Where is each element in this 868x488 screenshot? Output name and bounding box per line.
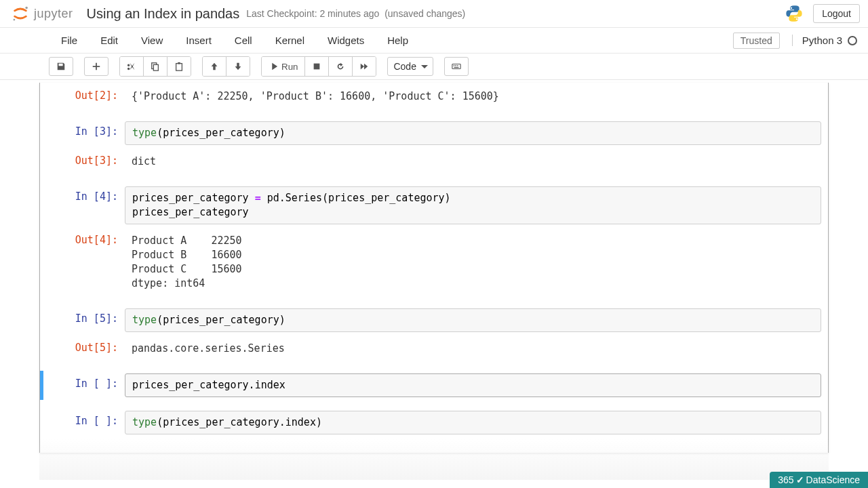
output-cell: Out[4]: Product A 22250 Product B 16600 … <box>40 227 828 298</box>
paste-button[interactable] <box>167 57 191 76</box>
output-prompt: Out[5]: <box>47 338 125 360</box>
paste-icon <box>174 62 184 71</box>
stop-icon <box>312 62 321 71</box>
menu-insert[interactable]: Insert <box>178 29 220 52</box>
run-button[interactable]: Run <box>262 57 305 76</box>
svg-rect-8 <box>314 64 320 70</box>
code-cell[interactable]: In [4]: prices_per_category = pd.Series(… <box>40 184 828 227</box>
run-label: Run <box>281 62 298 72</box>
menu-kernel[interactable]: Kernel <box>267 29 313 52</box>
code-input[interactable]: type(prices_per_category) <box>125 121 821 145</box>
arrow-up-icon <box>210 62 219 71</box>
notebook-title[interactable]: Using an Index in pandas <box>87 6 240 22</box>
input-prompt: In [3]: <box>47 121 125 145</box>
keyboard-icon <box>452 62 461 71</box>
output-cell: Out[2]: {'Product A': 22250, 'Product B'… <box>40 83 828 110</box>
menu-view[interactable]: View <box>133 29 171 52</box>
restart-button[interactable] <box>329 57 353 76</box>
logout-button[interactable]: Logout <box>813 4 860 23</box>
output-text: {'Product A': 22250, 'Product B': 16600,… <box>125 85 821 108</box>
menu-widgets[interactable]: Widgets <box>319 29 372 52</box>
code-input[interactable]: type(prices_per_category) <box>125 308 821 332</box>
plus-icon <box>92 62 101 71</box>
svg-point-0 <box>25 7 28 9</box>
arrow-down-icon <box>233 62 243 71</box>
kernel-indicator[interactable]: Python 3 <box>792 35 857 46</box>
code-cell-selected[interactable]: In [ ]: prices_per_category.index <box>40 371 828 400</box>
save-icon <box>56 62 66 71</box>
command-palette-button[interactable] <box>444 57 469 76</box>
cut-button[interactable] <box>120 57 144 76</box>
kernel-status-icon <box>848 36 857 45</box>
svg-rect-13 <box>454 67 459 68</box>
menu-file[interactable]: File <box>53 29 85 52</box>
code-cell[interactable]: In [5]: type(prices_per_category) <box>40 306 828 335</box>
output-cell: Out[5]: pandas.core.series.Series <box>40 335 828 363</box>
fast-forward-icon <box>359 62 369 71</box>
output-prompt: Out[4]: <box>47 230 125 295</box>
svg-point-2 <box>791 7 792 9</box>
input-prompt: In [5]: <box>47 308 125 332</box>
output-prompt: Out[2]: <box>47 85 125 108</box>
svg-rect-5 <box>153 64 158 70</box>
output-text: pandas.core.series.Series <box>125 338 821 360</box>
svg-rect-10 <box>454 65 455 66</box>
restart-icon <box>336 62 345 71</box>
header-bar: jupyter Using an Index in pandas Last Ch… <box>0 0 868 28</box>
scissors-icon <box>127 62 136 71</box>
trusted-indicator[interactable]: Trusted <box>733 33 780 49</box>
menu-help[interactable]: Help <box>379 29 416 52</box>
move-up-button[interactable] <box>203 57 226 76</box>
jupyter-logo-text: jupyter <box>34 7 73 21</box>
notebook-area: Out[2]: {'Product A': 22250, 'Product B'… <box>0 80 868 480</box>
add-cell-button[interactable] <box>84 57 108 76</box>
svg-point-3 <box>796 18 797 20</box>
svg-rect-9 <box>452 64 460 69</box>
svg-rect-11 <box>456 65 457 66</box>
run-icon <box>269 62 278 71</box>
watermark-badge: 365✓DataScience <box>770 472 868 488</box>
interrupt-button[interactable] <box>305 57 329 76</box>
svg-rect-12 <box>457 65 458 66</box>
code-input[interactable]: type(prices_per_category.index) <box>125 411 821 434</box>
jupyter-icon <box>11 4 30 23</box>
code-cell[interactable]: In [3]: type(prices_per_category) <box>40 119 828 148</box>
checkpoint-text: Last Checkpoint: 2 minutes ago (unsaved … <box>246 8 465 19</box>
code-input[interactable]: prices_per_category.index <box>125 373 821 397</box>
move-down-button[interactable] <box>226 57 250 76</box>
jupyter-logo[interactable]: jupyter <box>11 4 73 23</box>
input-prompt: In [4]: <box>47 186 125 224</box>
code-input[interactable]: prices_per_category = pd.Series(prices_p… <box>125 186 821 224</box>
python-icon <box>785 4 804 23</box>
code-cell[interactable]: In [ ]: type(prices_per_category.index) <box>40 408 828 437</box>
kernel-name: Python 3 <box>802 35 842 46</box>
copy-button[interactable] <box>144 57 167 76</box>
cell-type-select[interactable]: Code <box>387 57 433 76</box>
menu-cell[interactable]: Cell <box>226 29 260 52</box>
copy-icon <box>151 62 160 71</box>
svg-rect-7 <box>178 62 180 64</box>
svg-rect-6 <box>176 64 182 71</box>
toolbar: Run Code <box>0 54 868 80</box>
menu-bar: File Edit View Insert Cell Kernel Widget… <box>0 28 868 54</box>
menu-edit[interactable]: Edit <box>92 29 126 52</box>
input-prompt: In [ ]: <box>47 411 125 434</box>
svg-point-1 <box>14 19 16 21</box>
restart-run-all-button[interactable] <box>353 57 376 76</box>
output-prompt: Out[3]: <box>47 150 125 173</box>
save-button[interactable] <box>49 57 73 76</box>
output-cell: Out[3]: dict <box>40 148 828 176</box>
output-text: Product A 22250 Product B 16600 Product … <box>125 230 821 295</box>
input-prompt: In [ ]: <box>47 373 125 397</box>
output-text: dict <box>125 150 821 173</box>
